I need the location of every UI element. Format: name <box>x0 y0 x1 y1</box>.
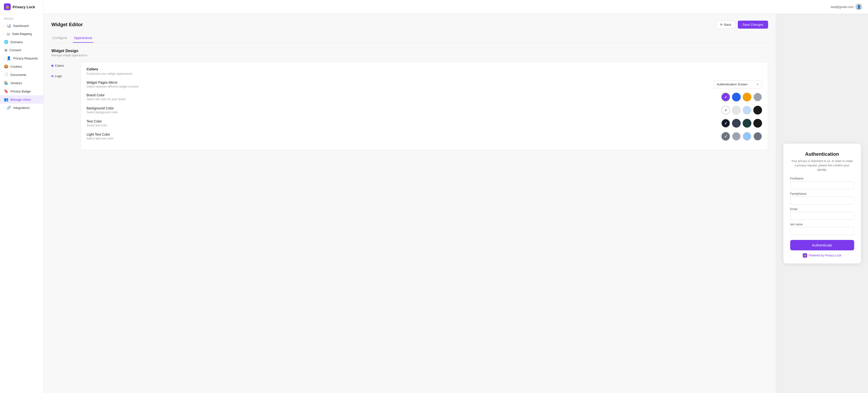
background-color-swatches: ✓ <box>721 106 762 115</box>
sidebar-item-domains[interactable]: 🌐 Domains <box>0 38 43 46</box>
lastname-label: last name <box>790 223 854 226</box>
preview-field-lastname: last name <box>790 223 854 235</box>
user-avatar: 👤 <box>856 3 862 10</box>
swatch-gray2[interactable] <box>753 132 762 141</box>
preview-field-email: Email <box>790 207 854 220</box>
swatch-light-gray2[interactable] <box>732 132 741 141</box>
sidebar: 🔒 Privacy Lock Pages › 📊 Dashboard › 🗂 D… <box>0 0 44 393</box>
swatch-medium-gray[interactable]: ✓ <box>721 132 730 141</box>
sidebar-item-label: Manage Users <box>10 98 31 101</box>
save-changes-button[interactable]: Save Changes <box>738 21 768 29</box>
swatch-purple[interactable]: ✓ <box>721 93 730 101</box>
lastname-input[interactable] <box>790 227 854 235</box>
brand-color-label: Brand Color Select the color for your br… <box>87 93 126 101</box>
firstname-label: FirstName <box>790 177 854 180</box>
sidebar-item-label: Privacy Requests <box>13 57 38 60</box>
dot-icon <box>52 65 53 67</box>
brand-color-swatches: ✓ <box>721 93 762 101</box>
section-subtitle: Manage widget appearance. <box>52 54 768 57</box>
chevron-icon: › <box>4 107 5 109</box>
privacy-requests-icon: 👤 <box>6 56 11 60</box>
sidebar-item-label: Integrations <box>13 106 30 110</box>
widget-pages-mirror-row: Widget Pages Mirror Switch between diffe… <box>87 80 762 88</box>
swatch-black[interactable] <box>753 119 762 128</box>
swatch-amber[interactable] <box>743 93 751 101</box>
cookies-icon: 🍪 <box>4 64 8 69</box>
swatch-light-blue[interactable] <box>743 106 751 115</box>
swatch-dark-teal[interactable] <box>743 119 751 128</box>
sidebar-item-dashboard[interactable]: › 📊 Dashboard <box>0 22 43 30</box>
sidebar-item-integrations[interactable]: › 🔗 Integrations <box>0 103 43 112</box>
background-color-label: Background Color Select background color <box>87 106 118 114</box>
sidebar-item-cookies[interactable]: 🍪 Cookies <box>0 62 43 70</box>
section-header: Widget Design Manage widget appearance. <box>52 49 768 57</box>
widget-layout: Colors Logo Colors Customize your widget… <box>52 62 768 150</box>
sidebar-item-label: Dashboard <box>13 24 29 28</box>
sidebar-item-consent[interactable]: 🖥 Consent <box>0 46 43 54</box>
consent-icon: 🖥 <box>4 48 7 52</box>
colors-form-title: Colors <box>87 67 762 71</box>
sidebar-section-label: Pages <box>0 14 43 22</box>
header-actions: ⟳ Back Save Changes <box>716 21 768 29</box>
familyname-input[interactable] <box>790 196 854 205</box>
text-color-swatches: ✓ <box>721 119 762 128</box>
widget-pages-mirror-label: Widget Pages Mirror Switch between diffe… <box>87 81 139 88</box>
chevron-icon: › <box>4 25 5 27</box>
tab-configure[interactable]: Configure <box>52 33 68 43</box>
back-icon: ⟳ <box>720 23 723 26</box>
firstname-input[interactable] <box>790 181 854 189</box>
editor-title: Widget Editor <box>52 22 83 27</box>
sidebar-item-privacy-requests[interactable]: › 👤 Privacy Requests <box>0 54 43 62</box>
tab-appearance[interactable]: Appearance <box>73 33 93 43</box>
editor-panel: Widget Editor ⟳ Back Save Changes Config… <box>44 14 776 393</box>
footer-label: Powered by Privacy Lock <box>809 254 841 257</box>
text-color-label: Text Color Select text color <box>87 119 107 127</box>
brand-color-row: Brand Color Select the color for your br… <box>87 93 762 101</box>
swatch-light-gray[interactable] <box>732 106 741 115</box>
sidebar-item-documents[interactable]: 📄 Documents <box>0 70 43 79</box>
user-info: test@gmail.com 👤 <box>831 3 862 10</box>
footer-logo-icon: 🔒 <box>803 253 807 258</box>
domains-icon: 🌐 <box>4 40 8 44</box>
light-text-color-row: Light Text Color Select light text color… <box>87 132 762 141</box>
authentication-screen-dropdown[interactable]: Authentication Screen ▼ <box>714 80 762 88</box>
preview-field-firstname: FirstName <box>790 177 854 189</box>
authenticate-button[interactable]: Authenticate <box>790 240 854 250</box>
sidebar-item-privacy-badge[interactable]: 🔖 Privacy Badge <box>0 87 43 95</box>
app-logo-icon: 🔒 <box>4 3 11 10</box>
editor-tabs: Configure Appearance <box>52 33 768 43</box>
email-input[interactable] <box>790 212 854 220</box>
familyname-label: FamilyName <box>790 192 854 195</box>
swatch-gray[interactable] <box>753 93 762 101</box>
integrations-icon: 🔗 <box>6 105 11 110</box>
swatch-sky-blue[interactable] <box>743 132 751 141</box>
preview-subtitle: Your privacy is important to us. In orde… <box>790 159 854 172</box>
preview-title: Authentication <box>790 151 854 157</box>
swatch-near-black[interactable]: ✓ <box>721 119 730 128</box>
sidebar-item-label: Documents <box>10 73 26 77</box>
light-text-color-swatches: ✓ <box>721 132 762 141</box>
sidenav-item-colors[interactable]: Colors <box>52 63 76 68</box>
chevron-icon: › <box>4 57 5 60</box>
sidebar-item-manage-users[interactable]: 👥 Manage Users <box>0 95 43 103</box>
app-title: Privacy Lock <box>12 5 35 9</box>
content-area: Widget Editor ⟳ Back Save Changes Config… <box>44 14 868 393</box>
light-text-color-label: Light Text Color Select light text color <box>87 132 114 140</box>
dashboard-icon: 📊 <box>6 24 11 28</box>
sidebar-item-vendors[interactable]: 🏪 Vendors <box>0 79 43 87</box>
editor-header: Widget Editor ⟳ Back Save Changes <box>52 21 768 29</box>
back-button[interactable]: ⟳ Back <box>716 21 735 29</box>
swatch-blue[interactable] <box>732 93 741 101</box>
swatch-dark-gray[interactable] <box>732 119 741 128</box>
swatch-white[interactable]: ✓ <box>721 106 730 115</box>
sidebar-item-label: Cookies <box>10 65 22 68</box>
sidebar-item-label: Privacy Badge <box>10 90 31 93</box>
sidebar-item-data-mapping[interactable]: › 🗂 Data Mapping <box>0 30 43 38</box>
vendors-icon: 🏪 <box>4 81 8 85</box>
chevron-icon: › <box>4 32 5 35</box>
sidebar-item-label: Vendors <box>10 81 22 85</box>
sidenav-item-logo[interactable]: Logo <box>52 73 76 79</box>
privacy-badge-icon: 🔖 <box>4 89 8 93</box>
section-title: Widget Design <box>52 49 768 53</box>
swatch-dark[interactable] <box>753 106 762 115</box>
